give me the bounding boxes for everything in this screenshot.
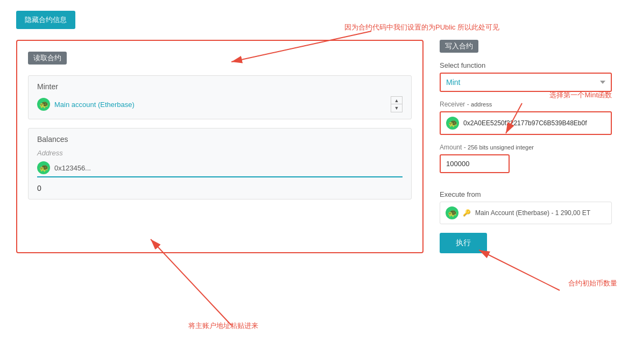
function-select[interactable]: Mint [440, 73, 612, 92]
receiver-label: Receiver - address [440, 101, 612, 108]
amount-row: Amount - 256 bits unsigned integer [440, 144, 612, 182]
select-function-label: Select function [440, 61, 612, 69]
address-input[interactable] [54, 164, 403, 172]
amount-label: Amount - 256 bits unsigned integer [440, 144, 612, 151]
balances-section: Balances Address 🐢 0 [28, 128, 412, 199]
minter-account-text: Main account (Etherbase) [54, 101, 386, 109]
minter-account-row: 🐢 Main account (Etherbase) ▲ ▼ [37, 96, 403, 112]
left-panel-title: 读取合约 [28, 52, 67, 65]
address-placeholder-label: Address [37, 149, 403, 157]
execute-from-label: Execute from [440, 190, 612, 198]
minter-spinner[interactable]: ▲ ▼ [391, 96, 403, 112]
annotation-amount-text: 合约初始币数量 [568, 279, 617, 288]
minter-label: Minter [37, 82, 403, 91]
hide-contract-button[interactable]: 隐藏合约信息 [16, 11, 75, 29]
balance-value: 0 [37, 184, 403, 192]
svg-line-3 [479, 250, 560, 290]
right-panel-title: 写入合约 [440, 40, 478, 53]
execute-account-text: Main Account (Etherbase) - 1 290,00 ET [475, 209, 590, 217]
annotation-paste-text: 将主账户地址粘贴进来 [188, 321, 258, 331]
execute-button[interactable]: 执行 [440, 233, 487, 253]
right-panel: 写入合约 Select function Mint Receiver - add… [440, 40, 612, 253]
address-input-row: 🐢 [37, 161, 403, 177]
address-avatar: 🐢 [37, 161, 50, 174]
receiver-address: 0x2A0EE5250f222177b97C6B539B48Eb0f [463, 119, 587, 127]
execute-account-box: 🐢 🔑 Main Account (Etherbase) - 1 290,00 … [440, 202, 612, 224]
top-bar: 隐藏合约信息 [0, 0, 628, 40]
minter-avatar: 🐢 [37, 98, 50, 111]
left-panel: 读取合约 Minter 🐢 Main account (Etherbase) ▲… [16, 40, 424, 253]
main-content: 读取合约 Minter 🐢 Main account (Etherbase) ▲… [0, 40, 628, 253]
receiver-input-box[interactable]: 🐢 0x2A0EE5250f222177b97C6B539B48Eb0f [440, 111, 612, 135]
balances-label: Balances [37, 135, 403, 144]
execute-avatar: 🐢 [446, 206, 458, 219]
receiver-avatar: 🐢 [446, 117, 459, 130]
minter-section: Minter 🐢 Main account (Etherbase) ▲ ▼ [28, 75, 412, 119]
amount-input[interactable] [440, 154, 510, 173]
